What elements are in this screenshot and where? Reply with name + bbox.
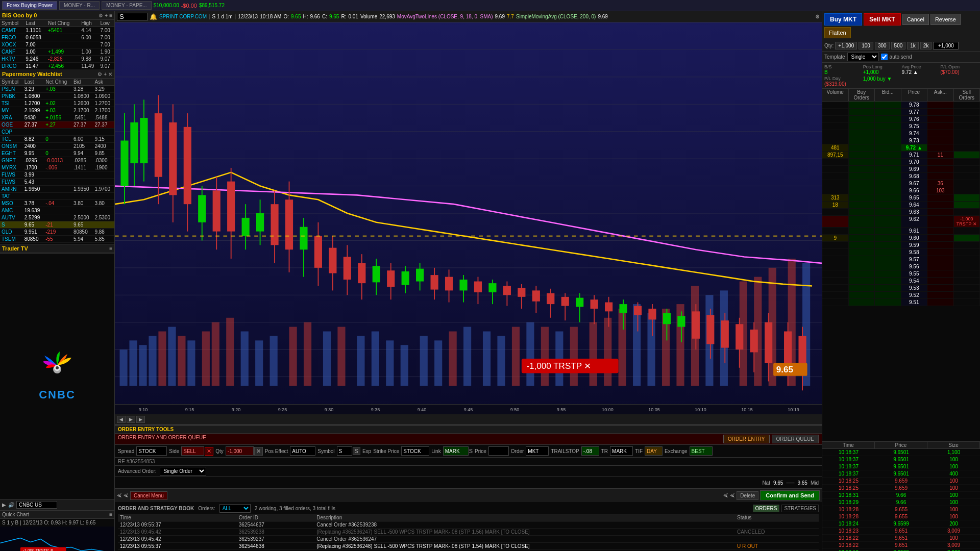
channel-input[interactable]: [16, 501, 57, 509]
extra-btn-2[interactable]: ⮘: [730, 493, 735, 498]
qty-preset-1[interactable]: +1,000: [835, 42, 857, 49]
qty-input[interactable]: [226, 446, 254, 456]
pm-icon-2[interactable]: +: [104, 71, 107, 77]
ts-row[interactable]: 10:18:23 9.651 3,009: [822, 528, 980, 535]
pm-row[interactable]: AMC 19.639: [0, 207, 114, 214]
chart-play-btn[interactable]: ▶: [127, 416, 135, 423]
order-row[interactable]: 12/23/13 09:45:42 362539238 (Replacing #…: [118, 529, 819, 536]
symbol-input[interactable]: [117, 13, 148, 21]
strategies-tab[interactable]: STRATEGIES: [781, 505, 819, 512]
cancel-btn[interactable]: Cancel: [902, 14, 929, 25]
watchlist-icon-2[interactable]: +: [105, 13, 108, 18]
pm-row[interactable]: MSO 3.78 -.04 3.80 3.80: [0, 200, 114, 207]
trader-tv-icon[interactable]: ≡: [109, 246, 112, 252]
forex-tab[interactable]: Forex Buying Power: [2, 1, 57, 10]
ts-row[interactable]: 10:18:24 9.6599 200: [822, 520, 980, 528]
cash-tab[interactable]: MONEY - PAPE...: [102, 1, 152, 10]
delete-btn[interactable]: Delete: [737, 491, 758, 500]
l2-row[interactable]: 9.76: [822, 116, 980, 123]
price-input[interactable]: [488, 446, 509, 456]
ts-row[interactable]: 10:18:29 9.66 100: [822, 499, 980, 506]
wl-row[interactable]: FRCO 0.6058 6.00 7.00: [0, 34, 114, 41]
reverse-btn[interactable]: Reverse: [930, 14, 961, 25]
ts-row[interactable]: 10:18:25 9.659 100: [822, 485, 980, 492]
sell-mkt-btn[interactable]: Sell MKT: [864, 13, 901, 26]
l2-row[interactable]: 9.67 36: [822, 180, 980, 187]
pm-row[interactable]: OGE 27.37 +.27 27.37 27.37: [0, 121, 114, 129]
pm-row[interactable]: MY 2.1699 +.03 2.1700 2.1700: [0, 107, 114, 114]
pm-row[interactable]: TCL 8.82 0 6.00 9.15: [0, 136, 114, 143]
l2-row[interactable]: 9.54: [822, 278, 980, 285]
pm-row[interactable]: FLWS 3.99: [0, 171, 114, 179]
ts-row[interactable]: 10:18:37 9.6501 100: [822, 463, 980, 470]
wl-row[interactable]: XOCX 7.00 7.00: [0, 41, 114, 48]
l2-row[interactable]: 9.56: [822, 263, 980, 270]
ts-row[interactable]: 10:18:37 9.6501 100: [822, 456, 980, 463]
pm-row[interactable]: TSI 1.2700 +.02 1.2600 1.2700: [0, 100, 114, 107]
pm-row[interactable]: PSLN 3.29 +.03 3.28 3.29: [0, 86, 114, 93]
pm-row[interactable]: AMRN 1.9650 1.9350 1.9700: [0, 186, 114, 193]
l2-row[interactable]: 9.62 -1,000 TRSTP ✕: [822, 216, 980, 228]
l2-row[interactable]: 9.59: [822, 242, 980, 249]
pm-row[interactable]: PNBK 1.0800 1.0800 1.0900: [0, 93, 114, 100]
ts-row[interactable]: 10:18:22 9.651 3,009: [822, 542, 980, 549]
qty-close-btn[interactable]: ✕: [254, 447, 263, 456]
pm-row[interactable]: TAT: [0, 193, 114, 200]
l2-row[interactable]: 9.58: [822, 249, 980, 256]
l2-row[interactable]: 9.66 103: [822, 187, 980, 194]
extra-btn-1[interactable]: ⮘: [723, 493, 728, 498]
chart-area[interactable]: -1,000 TRSTP ✕ 9.65: [115, 22, 822, 404]
pm-row[interactable]: EGHT 9.95 0 9.94 9.85: [0, 150, 114, 157]
prev-btn-2[interactable]: ⮘: [124, 493, 129, 498]
ts-row[interactable]: 10:18:37 9.6501 400: [822, 470, 980, 478]
side-input[interactable]: [181, 446, 204, 456]
wl-row[interactable]: CANF 1.00 +1,499 1.00 1.90: [0, 48, 114, 56]
chart-left-btn[interactable]: ◀: [117, 416, 126, 423]
qty-preset-3[interactable]: 300: [875, 42, 890, 49]
l2-row[interactable]: 9.75: [822, 123, 980, 130]
pos-effect-input[interactable]: [290, 446, 315, 456]
l2-row[interactable]: 897,15 9.71 11: [822, 152, 980, 159]
qty-preset-5[interactable]: 1k: [907, 42, 919, 49]
tif-input[interactable]: [645, 446, 663, 456]
strike-input[interactable]: [401, 446, 429, 456]
pm-row[interactable]: XRA 5430 +.0156 .5451 .5488: [0, 114, 114, 121]
pm-row[interactable]: FLWS 5.43: [0, 179, 114, 186]
link-input[interactable]: [443, 446, 469, 456]
flatten-btn[interactable]: Flatten: [824, 27, 851, 38]
audio-mute-btn[interactable]: 🔊: [8, 502, 14, 508]
pm-row[interactable]: GNET .0295 -0.0013 .0285 .0300: [0, 157, 114, 164]
symbol-input-form[interactable]: [337, 446, 352, 456]
ts-row[interactable]: 10:18:16 9.6599 3,000: [822, 549, 980, 551]
exchange-input[interactable]: [690, 446, 713, 456]
l2-row[interactable]: 9.73: [822, 137, 980, 144]
l2-row[interactable]: 9 9.60: [822, 235, 980, 242]
adv-select[interactable]: Single Order Bracket Order OCO Order: [160, 467, 206, 475]
ts-row[interactable]: 10:18:31 9.66 100: [822, 492, 980, 499]
pm-row[interactable]: ONSM 2400 2105 2400: [0, 143, 114, 150]
qty-input-right[interactable]: [933, 42, 959, 49]
order-entry-tab[interactable]: ORDER ENTRY: [723, 435, 770, 443]
ts-row[interactable]: 10:18:37 9.6501 1,100: [822, 449, 980, 456]
order-queue-tab[interactable]: ORDER QUEUE: [772, 435, 819, 443]
l2-row[interactable]: 9.77: [822, 109, 980, 116]
l2-row[interactable]: 9.70: [822, 159, 980, 166]
spread-input[interactable]: [136, 446, 167, 456]
qty-preset-2[interactable]: 100: [859, 42, 873, 49]
time-sales-body[interactable]: 10:18:37 9.6501 1,100 10:18:37 9.6501 10…: [822, 449, 980, 551]
qty-preset-6[interactable]: 2k: [920, 42, 932, 49]
order-row[interactable]: 12/23/13 09:45:42 362539237 Cancel Order…: [118, 536, 819, 543]
watchlist-icon-1[interactable]: ⚙: [99, 13, 103, 18]
order-row[interactable]: 12/23/13 09:55:37 362544637 Cancel Order…: [118, 521, 819, 529]
link-btn[interactable]: S: [469, 448, 473, 454]
l2-row[interactable]: 313 9.65: [822, 194, 980, 202]
tpl-select[interactable]: Single Bracket: [847, 53, 879, 61]
side-close-btn[interactable]: ✕: [205, 447, 213, 456]
ob-filter-select[interactable]: ALL Working Filled: [219, 504, 251, 513]
qty-preset-4[interactable]: 500: [891, 42, 906, 49]
mark-input[interactable]: [610, 446, 633, 456]
l2-row[interactable]: 9.78: [822, 102, 980, 109]
wl-row[interactable]: HKTV 9.246 -2,826 9.88 9.07: [0, 56, 114, 63]
pm-row[interactable]: AUTV 2.5299 2.5000 2.5300: [0, 214, 114, 221]
pm-row[interactable]: S 9.65 -21 9.65: [0, 221, 114, 229]
